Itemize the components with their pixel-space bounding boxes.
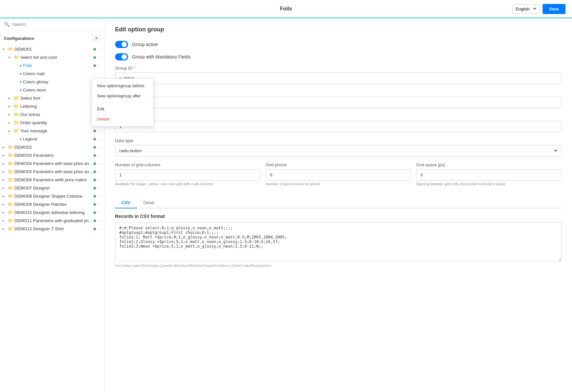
group-mandatory-toggle[interactable] <box>115 53 128 60</box>
tree-item-demo07[interactable]: ▸ 📁 DEMO07 Designer ··· <box>0 184 104 192</box>
more-button[interactable]: ··· <box>98 177 102 182</box>
tree-item-demo01[interactable]: ▾ 📁 DEMO01 ··· <box>0 45 104 53</box>
more-button[interactable]: ··· <box>98 47 102 52</box>
tree-item-our-extras[interactable]: ▸ 📁 Our extras ··· <box>0 110 104 119</box>
search-bar: 🔍 <box>0 18 104 30</box>
tree-item-colors-glossy[interactable]: ● Colors glossy ··· <box>0 78 104 86</box>
chevron-icon: ▾ <box>8 56 12 59</box>
status-dot <box>93 138 96 140</box>
item-label: Your message <box>20 128 93 133</box>
more-button[interactable]: ··· <box>98 226 102 231</box>
folder-icon: 📁 <box>14 120 19 125</box>
grid-columns-hint: Available for image-, article- and color… <box>115 182 261 186</box>
csv-section-label: Records in CSV format <box>115 214 562 219</box>
group-id-input[interactable] <box>115 73 562 84</box>
tree-item-colors-matt[interactable]: ● Colors matt ··· <box>0 70 104 78</box>
option-icon: ● <box>20 64 22 67</box>
tab-csv[interactable]: CSV <box>115 198 137 208</box>
tree-item-demo09[interactable]: ▸ 📁 DEMO09 Designer Patches ··· <box>0 200 104 208</box>
tree-item-demo05[interactable]: ▸ 📁 DEMO05 Parametrix with base price an… <box>0 168 104 176</box>
chevron-icon: ▸ <box>3 162 7 165</box>
more-button[interactable]: ··· <box>98 210 102 215</box>
tab-detail[interactable]: Detail <box>137 198 161 208</box>
refresh-button[interactable]: ↻ <box>93 35 100 42</box>
context-menu-item-delete[interactable]: Delete <box>92 114 153 124</box>
tree-item-demo06[interactable]: ▸ 📁 DEMO06 Parametrix wirth price matrix… <box>0 176 104 184</box>
tree-item-your-msg[interactable]: ▸ 📁 Your message ··· <box>0 127 104 135</box>
position-field: Position <box>115 114 562 132</box>
tree-item-demo12[interactable]: ▸ 📁 DEMO12 Designer T-Shirt ··· <box>0 225 104 233</box>
option-icon: ● <box>20 88 22 92</box>
more-button[interactable]: ··· <box>98 63 102 68</box>
tree-item-foils[interactable]: ● Foils ··· <box>0 61 104 70</box>
context-menu-item-new-after[interactable]: New optionsgroup after <box>92 91 153 101</box>
item-label: Colors neon <box>23 88 96 92</box>
tree-item-colors-neon[interactable]: ● Colors neon ··· <box>0 86 104 94</box>
more-button[interactable]: ··· <box>98 71 102 76</box>
item-label: DEMO09 Designer Patches <box>14 202 93 207</box>
tree-item-demo03[interactable]: ▸ 📁 DEMO03 Parametrix ··· <box>0 151 104 159</box>
context-menu-divider <box>92 102 153 103</box>
more-button[interactable]: ··· <box>98 194 102 199</box>
item-label: Our extras <box>20 112 93 117</box>
language-select[interactable]: English <box>512 4 539 14</box>
status-dot <box>93 56 96 59</box>
group-active-toggle[interactable] <box>115 41 128 48</box>
item-label: DEMO11 Parametrix with graduated prices <box>14 218 93 223</box>
tree-item-demo08[interactable]: ▸ 📁 DEMO08 Designer Shapes Colorize ··· <box>0 192 104 200</box>
more-button[interactable]: ··· <box>98 128 102 133</box>
folder-icon: 📁 <box>8 169 13 174</box>
grid-phone-input[interactable] <box>266 169 411 181</box>
more-button[interactable]: ··· <box>98 145 102 150</box>
search-icon: 🔍 <box>4 22 9 27</box>
tree-item-order-qty[interactable]: ▸ 📁 Order quantity ··· <box>0 119 104 127</box>
grid-columns-input[interactable] <box>115 169 261 181</box>
data-type-select[interactable]: radio button checkboxselecttexttextarea <box>115 145 562 156</box>
main-panel: Edit option group Group active Group wit… <box>105 18 572 392</box>
chevron-icon: ▸ <box>8 129 12 133</box>
tree-item-legend[interactable]: ● Legend ··· <box>0 135 104 143</box>
group-name-field: Group name * <box>115 90 562 108</box>
tree-item-demo02[interactable]: ▸ 📁 DEMO02 ··· <box>0 143 104 151</box>
search-input[interactable] <box>12 22 100 27</box>
item-label: DEMO06 Parametrix wirth price matrix <box>14 177 93 182</box>
tree-item-select-font[interactable]: ▸ 📁 Select font ··· <box>0 94 104 102</box>
grid-columns-label: Number of grid-columns <box>115 162 261 167</box>
folder-icon: 📁 <box>8 194 13 199</box>
folder-icon: 📁 <box>8 177 13 182</box>
folder-icon: 📁 <box>8 226 13 231</box>
group-name-input[interactable] <box>115 97 562 108</box>
data-type-field: Data type radio button checkboxselecttex… <box>115 138 562 156</box>
grid-space-input[interactable] <box>416 169 562 181</box>
main-layout: 🔍 Configurations ↻ ▾ 📁 DEMO01 ··· ▾ 📁 Se… <box>0 18 572 392</box>
status-dot <box>93 146 96 149</box>
more-button[interactable]: ··· <box>98 186 102 190</box>
tree-item-demo11[interactable]: ▸ 📁 DEMO11 Parametrix with graduated pri… <box>0 217 104 225</box>
folder-icon: 📁 <box>14 55 19 60</box>
chevron-icon: ▸ <box>3 186 7 190</box>
item-label: Order quantity <box>20 120 93 125</box>
folder-icon: 📁 <box>8 202 13 207</box>
context-menu-item-edit[interactable]: Edit <box>92 104 153 114</box>
position-input[interactable] <box>115 121 562 132</box>
more-button[interactable]: ··· <box>98 202 102 207</box>
more-button[interactable]: ··· <box>98 137 102 141</box>
chevron-icon: ▸ <box>3 170 7 173</box>
csv-textarea[interactable] <box>115 222 562 261</box>
more-button[interactable]: ··· <box>98 169 102 174</box>
chevron-icon: ▸ <box>3 219 7 222</box>
tree-item-demo10[interactable]: ▸ 📁 DEMO10 Designer adhesive lettering ·… <box>0 208 104 217</box>
chevron-icon: ▸ <box>3 178 7 182</box>
more-button[interactable]: ··· <box>98 161 102 166</box>
save-button[interactable]: Save <box>543 4 565 14</box>
more-button[interactable]: ··· <box>98 218 102 223</box>
context-menu-item-new-before[interactable]: New optionsgroup before <box>92 81 153 91</box>
tree-item-lettering[interactable]: ▸ 📁 Lettering ··· <box>0 102 104 110</box>
status-dot <box>93 64 96 67</box>
group-mandatory-label: Group with Mandatory Fields <box>132 54 191 59</box>
tree-item-demo04[interactable]: ▸ 📁 DEMO04 Parametrix with base price an… <box>0 159 104 168</box>
tree-item-select-foil[interactable]: ▾ 📁 Select foil and color ··· <box>0 53 104 61</box>
more-button[interactable]: ··· <box>98 55 102 60</box>
status-dot <box>93 220 96 222</box>
more-button[interactable]: ··· <box>98 153 102 158</box>
